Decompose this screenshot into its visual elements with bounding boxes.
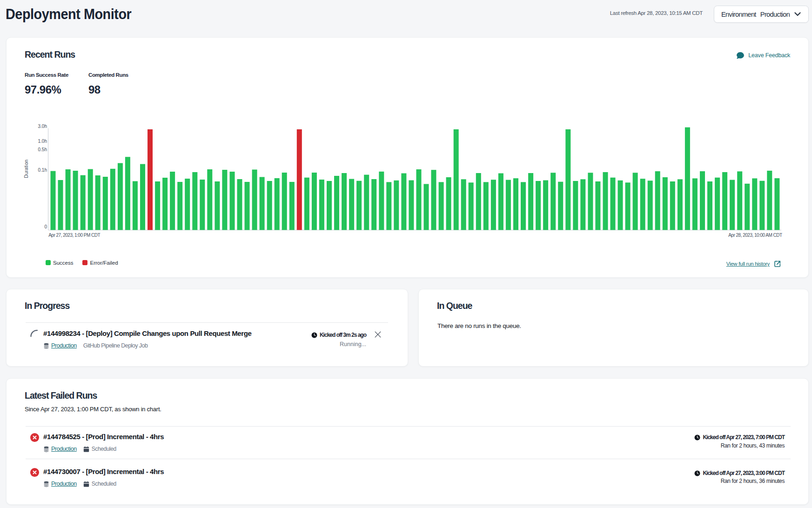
- svg-text:0.1h: 0.1h: [38, 167, 47, 173]
- svg-text:Apr 27, 2023, 1:00 PM CDT: Apr 27, 2023, 1:00 PM CDT: [48, 233, 100, 238]
- svg-text:3.0h: 3.0h: [38, 124, 47, 129]
- svg-text:0.5h: 0.5h: [38, 147, 47, 152]
- svg-text:Duration: Duration: [23, 160, 29, 178]
- svg-text:Apr 28, 2023, 10:00 AM CDT: Apr 28, 2023, 10:00 AM CDT: [728, 233, 782, 238]
- svg-text:0: 0: [44, 224, 47, 229]
- svg-text:1.0h: 1.0h: [38, 139, 47, 144]
